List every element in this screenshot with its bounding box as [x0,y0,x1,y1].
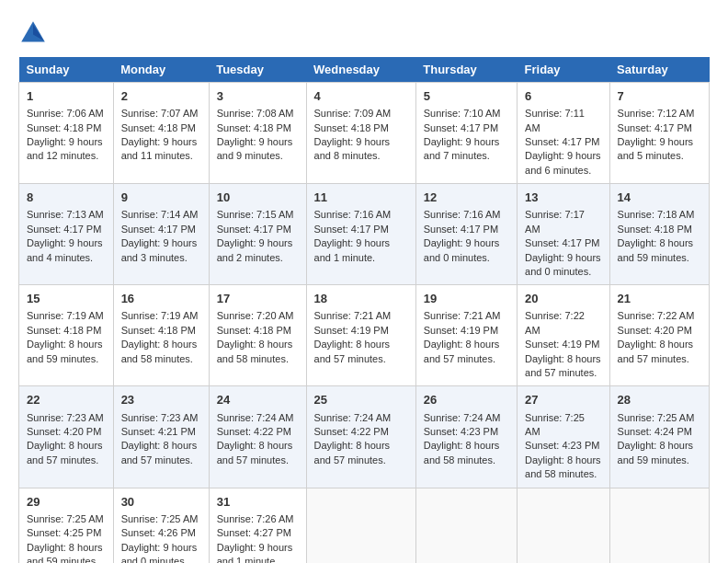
day-number: 15 [27,291,106,307]
calendar-cell: 14 Sunrise: 7:18 AM Sunset: 4:18 PM Dayl… [609,184,709,285]
calendar-cell: 28 Sunrise: 7:25 AM Sunset: 4:24 PM Dayl… [609,386,709,488]
sunrise-text: Sunrise: 7:25 AM [618,412,695,423]
daylight-text: Daylight: 8 hours and 57 minutes. [121,440,198,465]
calendar-table: SundayMondayTuesdayWednesdayThursdayFrid… [18,57,710,563]
sunrise-text: Sunrise: 7:13 AM [27,209,104,220]
day-number: 21 [618,291,701,307]
daylight-text: Daylight: 8 hours and 57 minutes. [27,440,103,465]
column-header-thursday: Thursday [415,57,517,83]
calendar-cell [518,488,610,563]
sunrise-text: Sunrise: 7:18 AM [618,209,695,220]
sunset-text: Sunset: 4:18 PM [618,224,692,235]
calendar-cell: 16 Sunrise: 7:19 AM Sunset: 4:18 PM Dayl… [113,285,209,386]
daylight-text: Daylight: 8 hours and 59 minutes. [618,237,694,262]
sunset-text: Sunset: 4:17 PM [424,122,498,133]
daylight-text: Daylight: 9 hours and 9 minutes. [217,136,293,161]
day-number: 24 [217,392,299,408]
daylight-text: Daylight: 9 hours and 4 minutes. [27,237,103,262]
calendar-cell: 31 Sunrise: 7:26 AM Sunset: 4:27 PM Dayl… [209,488,306,563]
sunset-text: Sunset: 4:17 PM [314,224,389,235]
logo [18,18,51,48]
day-number: 9 [121,190,201,206]
sunset-text: Sunset: 4:20 PM [618,325,692,336]
daylight-text: Daylight: 8 hours and 58 minutes. [217,339,293,363]
sunset-text: Sunset: 4:17 PM [217,224,291,235]
daylight-text: Daylight: 9 hours and 7 minutes. [424,136,500,161]
calendar-cell: 20 Sunrise: 7:22 AM Sunset: 4:19 PM Dayl… [518,285,610,386]
sunrise-text: Sunrise: 7:15 AM [217,209,294,220]
week-row: 15 Sunrise: 7:19 AM Sunset: 4:18 PM Dayl… [19,285,710,386]
day-number: 27 [525,392,602,408]
sunset-text: Sunset: 4:24 PM [618,426,692,437]
sunrise-text: Sunrise: 7:25 AM [27,513,104,524]
calendar-cell: 2 Sunrise: 7:07 AM Sunset: 4:18 PM Dayli… [113,83,209,184]
sunset-text: Sunset: 4:27 PM [217,527,291,538]
day-number: 13 [525,190,602,206]
sunrise-text: Sunrise: 7:21 AM [314,310,392,321]
day-number: 4 [314,88,408,105]
daylight-text: Daylight: 8 hours and 59 minutes. [618,440,694,465]
sunset-text: Sunset: 4:18 PM [27,325,101,336]
sunset-text: Sunset: 4:25 PM [27,527,101,538]
sunrise-text: Sunrise: 7:20 AM [217,310,294,321]
daylight-text: Daylight: 8 hours and 58 minutes. [525,454,601,479]
calendar-cell: 4 Sunrise: 7:09 AM Sunset: 4:18 PM Dayli… [306,83,415,184]
sunset-text: Sunset: 4:18 PM [217,325,291,336]
daylight-text: Daylight: 9 hours and 8 minutes. [314,136,391,161]
week-row: 1 Sunrise: 7:06 AM Sunset: 4:18 PM Dayli… [19,83,710,184]
calendar-cell: 1 Sunrise: 7:06 AM Sunset: 4:18 PM Dayli… [19,83,114,184]
calendar-cell: 26 Sunrise: 7:24 AM Sunset: 4:23 PM Dayl… [415,386,517,488]
day-number: 10 [217,190,299,206]
daylight-text: Daylight: 9 hours and 11 minutes. [121,136,198,161]
week-row: 22 Sunrise: 7:23 AM Sunset: 4:20 PM Dayl… [19,386,710,488]
day-number: 5 [424,88,509,105]
calendar-cell: 29 Sunrise: 7:25 AM Sunset: 4:25 PM Dayl… [19,488,114,563]
daylight-text: Daylight: 8 hours and 57 minutes. [525,353,601,378]
calendar-cell: 30 Sunrise: 7:25 AM Sunset: 4:26 PM Dayl… [113,488,209,563]
daylight-text: Daylight: 9 hours and 0 minutes. [121,542,198,563]
day-number: 19 [424,291,509,307]
calendar-cell: 3 Sunrise: 7:08 AM Sunset: 4:18 PM Dayli… [209,83,306,184]
daylight-text: Daylight: 8 hours and 57 minutes. [217,440,293,465]
day-number: 3 [217,88,299,105]
day-number: 16 [121,291,201,307]
daylight-text: Daylight: 9 hours and 0 minutes. [525,252,601,277]
day-number: 6 [525,88,602,105]
sunrise-text: Sunrise: 7:11 AM [525,108,585,132]
column-header-wednesday: Wednesday [306,57,415,83]
sunset-text: Sunset: 4:23 PM [525,440,599,451]
sunrise-text: Sunrise: 7:16 AM [424,209,501,220]
sunset-text: Sunset: 4:21 PM [121,426,196,437]
sunrise-text: Sunrise: 7:25 AM [525,412,585,437]
daylight-text: Daylight: 8 hours and 57 minutes. [314,339,391,363]
column-header-tuesday: Tuesday [209,57,306,83]
sunset-text: Sunset: 4:17 PM [424,224,498,235]
sunset-text: Sunset: 4:18 PM [314,122,389,133]
calendar-cell: 15 Sunrise: 7:19 AM Sunset: 4:18 PM Dayl… [19,285,114,386]
sunrise-text: Sunrise: 7:07 AM [121,108,199,119]
day-number: 25 [314,392,408,408]
day-number: 2 [121,88,201,105]
sunset-text: Sunset: 4:18 PM [217,122,291,133]
week-row: 8 Sunrise: 7:13 AM Sunset: 4:17 PM Dayli… [19,184,710,285]
sunrise-text: Sunrise: 7:23 AM [27,412,104,423]
sunrise-text: Sunrise: 7:24 AM [314,412,392,423]
calendar-cell [306,488,415,563]
calendar-body: 1 Sunrise: 7:06 AM Sunset: 4:18 PM Dayli… [19,83,710,564]
day-number: 28 [618,392,701,408]
sunrise-text: Sunrise: 7:19 AM [121,310,199,321]
calendar-header: SundayMondayTuesdayWednesdayThursdayFrid… [19,57,710,83]
sunset-text: Sunset: 4:18 PM [121,122,196,133]
sunset-text: Sunset: 4:17 PM [27,224,101,235]
sunrise-text: Sunrise: 7:22 AM [618,310,695,321]
daylight-text: Daylight: 9 hours and 12 minutes. [27,136,103,161]
calendar-cell: 25 Sunrise: 7:24 AM Sunset: 4:22 PM Dayl… [306,386,415,488]
sunrise-text: Sunrise: 7:26 AM [217,513,294,524]
sunset-text: Sunset: 4:17 PM [525,237,599,248]
sunset-text: Sunset: 4:17 PM [121,224,196,235]
sunrise-text: Sunrise: 7:12 AM [618,108,695,119]
daylight-text: Daylight: 9 hours and 5 minutes. [618,136,694,161]
daylight-text: Daylight: 8 hours and 57 minutes. [618,339,694,363]
daylight-text: Daylight: 8 hours and 57 minutes. [424,339,500,363]
sunset-text: Sunset: 4:18 PM [121,325,196,336]
